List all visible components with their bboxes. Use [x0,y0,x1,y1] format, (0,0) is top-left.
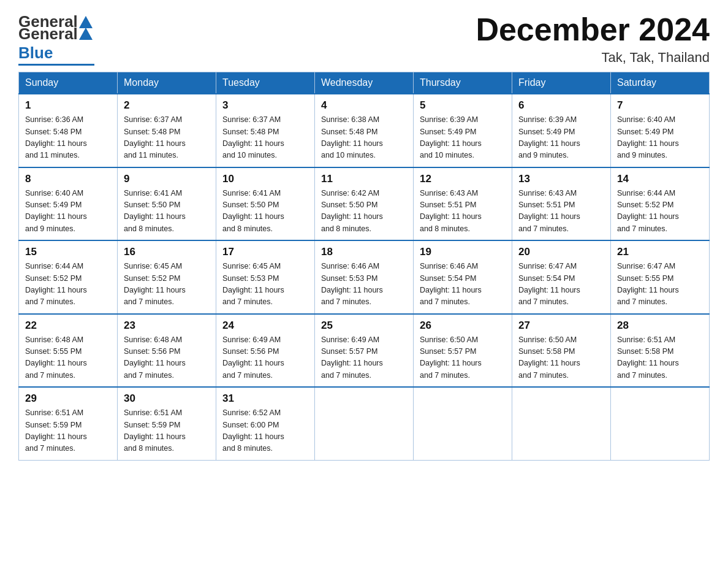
day-info: Sunrise: 6:46 AM Sunset: 5:54 PM Dayligh… [420,261,506,308]
day-number: 8 [25,173,111,185]
day-cell-3: 3 Sunrise: 6:37 AM Sunset: 5:48 PM Dayli… [216,94,315,167]
calendar-header-row: Sunday Monday Tuesday Wednesday Thursday… [19,72,710,94]
day-number: 28 [617,320,703,332]
day-number: 21 [617,246,703,258]
day-number: 12 [420,173,506,185]
day-number: 9 [124,173,210,185]
week-row-1: 1 Sunrise: 6:36 AM Sunset: 5:48 PM Dayli… [19,94,710,167]
logo: General General General Blue [18,12,94,66]
day-cell-30: 30 Sunrise: 6:51 AM Sunset: 5:59 PM Dayl… [118,387,216,460]
day-cell-27: 27 Sunrise: 6:50 AM Sunset: 5:58 PM Dayl… [512,314,611,388]
day-info: Sunrise: 6:37 AM Sunset: 5:48 PM Dayligh… [124,114,210,162]
day-info: Sunrise: 6:50 AM Sunset: 5:58 PM Dayligh… [518,334,604,382]
day-cell-14: 14 Sunrise: 6:44 AM Sunset: 5:52 PM Dayl… [611,167,710,241]
day-info: Sunrise: 6:36 AM Sunset: 5:48 PM Dayligh… [25,114,111,162]
col-wednesday: Wednesday [315,72,414,94]
day-cell-5: 5 Sunrise: 6:39 AM Sunset: 5:49 PM Dayli… [414,94,512,167]
day-info: Sunrise: 6:39 AM Sunset: 5:49 PM Dayligh… [518,114,604,162]
day-cell-24: 24 Sunrise: 6:49 AM Sunset: 5:56 PM Dayl… [216,314,315,388]
day-info: Sunrise: 6:48 AM Sunset: 5:56 PM Dayligh… [124,334,210,382]
day-info: Sunrise: 6:48 AM Sunset: 5:55 PM Dayligh… [25,334,111,382]
day-cell-15: 15 Sunrise: 6:44 AM Sunset: 5:52 PM Dayl… [19,240,118,314]
day-cell-16: 16 Sunrise: 6:45 AM Sunset: 5:52 PM Dayl… [118,240,216,314]
empty-cell [611,387,710,460]
day-info: Sunrise: 6:47 AM Sunset: 5:54 PM Dayligh… [518,261,604,308]
col-monday: Monday [118,72,216,94]
col-sunday: Sunday [19,72,118,94]
day-info: Sunrise: 6:38 AM Sunset: 5:48 PM Dayligh… [321,114,407,162]
day-info: Sunrise: 6:37 AM Sunset: 5:48 PM Dayligh… [222,114,308,162]
day-number: 4 [321,99,407,112]
day-number: 25 [321,320,407,332]
day-cell-2: 2 Sunrise: 6:37 AM Sunset: 5:48 PM Dayli… [118,94,216,167]
day-number: 14 [617,173,703,185]
day-info: Sunrise: 6:41 AM Sunset: 5:50 PM Dayligh… [222,188,308,236]
day-number: 30 [124,393,210,405]
day-cell-13: 13 Sunrise: 6:43 AM Sunset: 5:51 PM Dayl… [512,167,611,241]
day-info: Sunrise: 6:41 AM Sunset: 5:50 PM Dayligh… [124,188,210,236]
day-number: 29 [25,393,111,405]
logo-name: General [18,25,78,44]
day-number: 5 [420,99,506,112]
day-info: Sunrise: 6:52 AM Sunset: 6:00 PM Dayligh… [222,407,308,455]
day-cell-7: 7 Sunrise: 6:40 AM Sunset: 5:49 PM Dayli… [611,94,710,167]
day-info: Sunrise: 6:51 AM Sunset: 5:59 PM Dayligh… [25,407,111,455]
day-number: 3 [222,99,308,112]
week-row-5: 29 Sunrise: 6:51 AM Sunset: 5:59 PM Dayl… [19,387,710,460]
col-tuesday: Tuesday [216,72,315,94]
day-cell-12: 12 Sunrise: 6:43 AM Sunset: 5:51 PM Dayl… [414,167,512,241]
day-cell-18: 18 Sunrise: 6:46 AM Sunset: 5:53 PM Dayl… [315,240,414,314]
day-info: Sunrise: 6:45 AM Sunset: 5:52 PM Dayligh… [124,261,210,308]
empty-cell [512,387,611,460]
day-number: 2 [124,99,210,112]
day-info: Sunrise: 6:49 AM Sunset: 5:57 PM Dayligh… [321,334,407,382]
day-number: 26 [420,320,506,332]
day-info: Sunrise: 6:44 AM Sunset: 5:52 PM Dayligh… [617,188,703,236]
week-row-2: 8 Sunrise: 6:40 AM Sunset: 5:49 PM Dayli… [19,167,710,241]
col-saturday: Saturday [611,72,710,94]
day-cell-26: 26 Sunrise: 6:50 AM Sunset: 5:57 PM Dayl… [414,314,512,388]
logo-arrow-icon [79,28,93,40]
col-thursday: Thursday [414,72,512,94]
day-cell-25: 25 Sunrise: 6:49 AM Sunset: 5:57 PM Dayl… [315,314,414,388]
day-number: 16 [124,246,210,258]
day-info: Sunrise: 6:49 AM Sunset: 5:56 PM Dayligh… [222,334,308,382]
day-cell-29: 29 Sunrise: 6:51 AM Sunset: 5:59 PM Dayl… [19,387,118,460]
day-number: 18 [321,246,407,258]
title-area: December 2024 Tak, Tak, Thailand [476,12,710,66]
day-cell-17: 17 Sunrise: 6:45 AM Sunset: 5:53 PM Dayl… [216,240,315,314]
day-cell-10: 10 Sunrise: 6:41 AM Sunset: 5:50 PM Dayl… [216,167,315,241]
day-number: 13 [518,173,604,185]
day-info: Sunrise: 6:45 AM Sunset: 5:53 PM Dayligh… [222,261,308,308]
day-cell-9: 9 Sunrise: 6:41 AM Sunset: 5:50 PM Dayli… [118,167,216,241]
day-info: Sunrise: 6:42 AM Sunset: 5:50 PM Dayligh… [321,188,407,236]
svg-marker-1 [79,28,93,40]
page-header: General General General Blue December 20… [18,12,710,66]
day-cell-8: 8 Sunrise: 6:40 AM Sunset: 5:49 PM Dayli… [19,167,118,241]
day-info: Sunrise: 6:51 AM Sunset: 5:58 PM Dayligh… [617,334,703,382]
day-number: 6 [518,99,604,112]
day-cell-21: 21 Sunrise: 6:47 AM Sunset: 5:55 PM Dayl… [611,240,710,314]
day-number: 27 [518,320,604,332]
day-cell-4: 4 Sunrise: 6:38 AM Sunset: 5:48 PM Dayli… [315,94,414,167]
month-title: December 2024 [476,12,710,47]
day-cell-1: 1 Sunrise: 6:36 AM Sunset: 5:48 PM Dayli… [19,94,118,167]
day-cell-6: 6 Sunrise: 6:39 AM Sunset: 5:49 PM Dayli… [512,94,611,167]
day-number: 10 [222,173,308,185]
day-number: 1 [25,99,111,112]
day-info: Sunrise: 6:43 AM Sunset: 5:51 PM Dayligh… [518,188,604,236]
week-row-3: 15 Sunrise: 6:44 AM Sunset: 5:52 PM Dayl… [19,240,710,314]
day-cell-22: 22 Sunrise: 6:48 AM Sunset: 5:55 PM Dayl… [19,314,118,388]
logo-underline [18,64,94,66]
day-info: Sunrise: 6:40 AM Sunset: 5:49 PM Dayligh… [617,114,703,162]
location-text: Tak, Tak, Thailand [476,50,710,66]
week-row-4: 22 Sunrise: 6:48 AM Sunset: 5:55 PM Dayl… [19,314,710,388]
day-cell-19: 19 Sunrise: 6:46 AM Sunset: 5:54 PM Dayl… [414,240,512,314]
day-info: Sunrise: 6:50 AM Sunset: 5:57 PM Dayligh… [420,334,506,382]
day-info: Sunrise: 6:43 AM Sunset: 5:51 PM Dayligh… [420,188,506,236]
day-cell-11: 11 Sunrise: 6:42 AM Sunset: 5:50 PM Dayl… [315,167,414,241]
day-number: 20 [518,246,604,258]
day-number: 15 [25,246,111,258]
day-number: 22 [25,320,111,332]
day-cell-23: 23 Sunrise: 6:48 AM Sunset: 5:56 PM Dayl… [118,314,216,388]
